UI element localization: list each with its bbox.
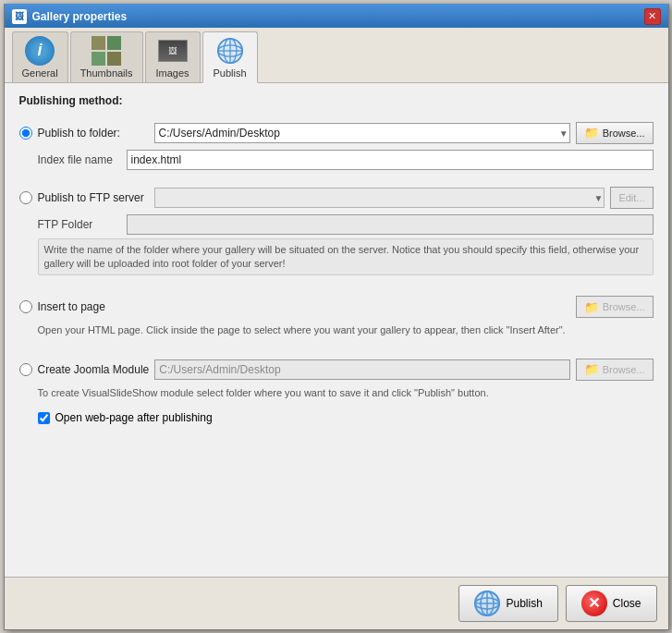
tab-general-label: General (22, 67, 58, 79)
open-webpage-checkbox[interactable] (38, 412, 50, 424)
general-icon: i (25, 36, 55, 66)
tab-thumbnails-label: Thumbnails (80, 67, 133, 79)
create-joomla-section: Create Joomla Module 📁 Browse... To crea… (19, 353, 654, 424)
tab-general[interactable]: i General (12, 31, 68, 82)
title-bar: 🖼 Gallery properties ✕ (5, 6, 668, 28)
svg-point-5 (217, 38, 241, 62)
insert-page-radio[interactable] (19, 300, 32, 313)
publish-button-label: Publish (506, 597, 542, 610)
ftp-folder-input[interactable] (127, 214, 654, 235)
joomla-radio[interactable] (19, 363, 32, 376)
publish-folder-browse-button[interactable]: 📁 Browse... (576, 122, 654, 144)
folder-icon: 📁 (584, 126, 599, 140)
ftp-info-text: Write the name of the folder where your … (38, 238, 654, 276)
close-button-icon: ✕ (581, 590, 607, 616)
publish-tab-icon (217, 38, 243, 64)
joomla-label: Create Joomla Module (38, 363, 150, 376)
insert-folder-icon: 📁 (584, 300, 599, 314)
gallery-properties-dialog: 🖼 Gallery properties ✕ i General Thumbna… (4, 4, 669, 630)
tab-thumbnails[interactable]: Thumbnails (70, 31, 143, 82)
insert-page-info: Open your HTML page. Click inside the pa… (38, 323, 654, 337)
joomla-path-input[interactable] (154, 359, 569, 380)
publish-folder-radio[interactable] (19, 127, 32, 140)
title-close-button[interactable]: ✕ (644, 8, 661, 25)
insert-to-page-section: Insert to page 📁 Browse... Open your HTM… (19, 290, 654, 345)
app-icon: 🖼 (12, 9, 27, 24)
ftp-server-select[interactable] (154, 188, 605, 208)
publish-ftp-label: Publish to FTP server (38, 191, 149, 204)
ftp-edit-button[interactable]: Edit... (610, 187, 653, 209)
publish-to-ftp-section: Publish to FTP server ▼ Edit... FTP Fold… (19, 181, 654, 284)
publish-button[interactable]: Publish (458, 585, 557, 622)
images-icon: 🖼 (158, 40, 188, 62)
dialog-title: Gallery properties (32, 10, 128, 23)
footer: Publish ✕ Close (5, 577, 668, 629)
close-button[interactable]: ✕ Close (566, 585, 657, 622)
publish-to-folder-section: Publish to folder: C:/Users/Admin/Deskto… (19, 116, 654, 174)
publish-ftp-radio[interactable] (19, 191, 32, 204)
insert-page-label: Insert to page (38, 300, 149, 313)
thumbnails-icon (92, 36, 121, 66)
tabs-bar: i General Thumbnails 🖼 Images (5, 28, 668, 83)
ftp-folder-label: FTP Folder (38, 218, 121, 231)
insert-page-browse-button[interactable]: 📁 Browse... (576, 296, 654, 318)
section-title: Publishing method: (19, 94, 654, 107)
joomla-browse-button[interactable]: 📁 Browse... (576, 359, 654, 381)
content-area: Publishing method: Publish to folder: C:… (5, 83, 668, 577)
svg-point-11 (475, 591, 499, 615)
tab-publish[interactable]: Publish (202, 31, 258, 83)
joomla-folder-icon: 📁 (584, 362, 599, 376)
close-button-label: Close (613, 597, 641, 610)
tab-images-label: Images (155, 67, 189, 79)
open-webpage-label: Open web-page after publishing (55, 411, 213, 424)
publish-folder-label: Publish to folder: (38, 127, 149, 140)
tab-publish-label: Publish (213, 67, 246, 79)
tab-images[interactable]: 🖼 Images (145, 31, 201, 82)
joomla-info: To create VisualSlideShow module select … (38, 386, 654, 400)
index-file-input[interactable] (127, 150, 654, 170)
publish-folder-path-select[interactable]: C:/Users/Admin/Desktop (154, 123, 570, 143)
index-file-label: Index file name (38, 153, 121, 166)
publish-button-icon (474, 590, 500, 616)
checkbox-row: Open web-page after publishing (38, 411, 654, 424)
